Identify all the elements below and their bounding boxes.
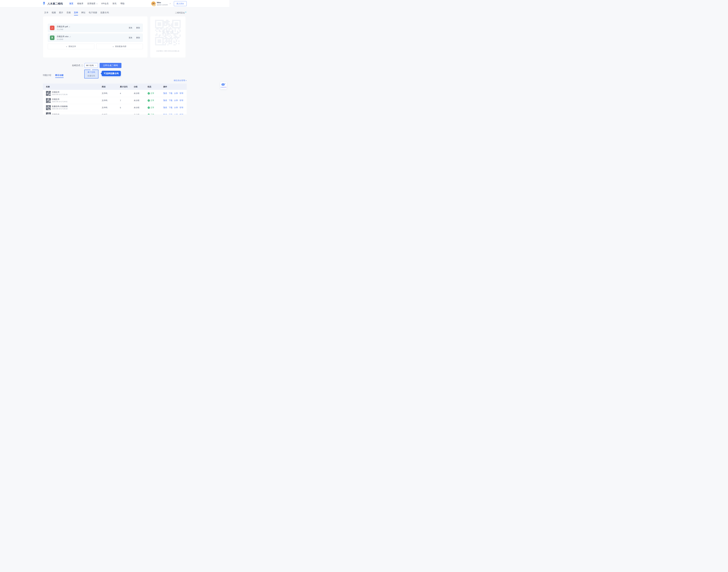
edit-pencil-icon[interactable]	[69, 26, 70, 27]
replace-file-link[interactable]: 更换	[129, 37, 133, 39]
plus-icon: +	[113, 45, 114, 48]
qr-type-tabs: 文本 视频 图片 音频 文件 网址 电子画册 批量生码 二维码美化AI	[43, 7, 187, 15]
table-row: 示例文件 文件码 未分组 正常 预览下载分享管理	[43, 111, 187, 115]
help-icon[interactable]: ?	[81, 65, 83, 67]
pdf-file-icon	[50, 26, 55, 30]
qr-thumbnail	[46, 98, 51, 103]
generate-mode-select[interactable]: 单个生码	[85, 63, 98, 68]
nav-item-scenarios[interactable]: 应用场景	[87, 2, 97, 5]
tab-audio[interactable]: 音频	[67, 11, 71, 15]
row-action-manage[interactable]: 管理	[179, 114, 183, 115]
tab-image[interactable]: 图片	[59, 11, 63, 15]
tab-batch[interactable]: 批量生码	[100, 11, 109, 15]
main-content: 文本 视频 图片 音频 文件 网址 电子画册 批量生码 二维码美化AI	[43, 7, 187, 115]
tab-video[interactable]: 视频	[52, 11, 56, 15]
chat-label: 在线咨询	[221, 86, 226, 88]
col-header-visits: 累计访问	[118, 85, 132, 88]
replace-file-link[interactable]: 更换	[129, 26, 133, 29]
tab-ebook[interactable]: 电子画册	[89, 11, 97, 15]
col-header-status: 状态	[145, 85, 161, 88]
row-visits: 4	[118, 92, 132, 94]
status-check-icon	[148, 92, 150, 94]
logo[interactable]: 八木屋二维码	[43, 1, 63, 6]
row-action-download[interactable]: 下载	[169, 99, 172, 102]
nav-item-news[interactable]: 资讯	[113, 2, 117, 5]
nav-item-vip[interactable]: VIP会员	[101, 2, 108, 5]
row-action-share[interactable]: 分享	[174, 114, 178, 115]
status-check-icon	[148, 114, 150, 115]
dropdown-option-batch[interactable]: 批量生码	[85, 75, 98, 77]
nav-item-help[interactable]: 帮助	[121, 2, 125, 5]
row-visits: 7	[118, 99, 132, 101]
row-status: 正常	[151, 99, 154, 102]
file-name: 示例文件.pdf	[57, 25, 68, 28]
tooltip-arrow	[100, 72, 102, 75]
qr-thumbnail	[46, 91, 51, 96]
tab-text[interactable]: 文本	[44, 11, 49, 15]
row-action-download[interactable]: 下载	[169, 114, 172, 115]
tab-feature-intro[interactable]: 功能介绍	[43, 74, 51, 78]
row-created-date: 2025-09-19 17:25:26	[52, 94, 68, 96]
add-file-button[interactable]: + 添加文件	[48, 44, 94, 49]
status-check-icon	[148, 99, 150, 101]
row-action-share[interactable]: 分享	[174, 99, 178, 102]
row-visits: 5	[118, 106, 132, 109]
delete-file-link[interactable]: 删除	[136, 37, 140, 39]
row-action-download[interactable]: 下载	[169, 92, 172, 95]
ai-badge: AI	[185, 11, 187, 13]
xlsx-file-icon: X	[50, 35, 55, 40]
double-arrow-icon: »	[186, 79, 187, 81]
row-action-manage[interactable]: 管理	[179, 92, 183, 95]
row-name: 示例文件	[52, 114, 60, 115]
row-action-manage[interactable]: 管理	[179, 99, 183, 102]
row-action-preview[interactable]: 预览	[163, 99, 167, 102]
row-group: 未分组	[132, 106, 145, 109]
row-name: 示例文件	[52, 91, 68, 93]
row-action-share[interactable]: 分享	[174, 106, 178, 109]
generate-mode-dropdown: 单个生码 批量生码	[84, 70, 98, 78]
col-header-actions: 操作	[161, 85, 187, 88]
enter-backend-button[interactable]: 进入后台	[174, 1, 187, 6]
row-group: 未分组	[132, 114, 145, 115]
generate-qr-button[interactable]: 立即生成二维码	[99, 63, 122, 68]
main-nav: 首页 模板库 应用场景 VIP会员 资讯 帮助	[69, 2, 125, 5]
user-meta[interactable]: Niko 组织ID:1329284	[157, 2, 168, 6]
row-action-preview[interactable]: 预览	[163, 92, 167, 95]
user-name: Niko	[157, 2, 168, 4]
vip-badge: VIP	[152, 5, 155, 6]
chat-robot-icon	[221, 83, 226, 86]
file-size: 10.32KB	[57, 39, 71, 40]
header: 八木屋二维码 首页 模板库 应用场景 VIP会员 资讯 帮助	[0, 0, 229, 7]
goto-backend-manage-link[interactable]: 前往后台管理 »	[174, 79, 187, 82]
row-action-manage[interactable]: 管理	[179, 106, 183, 109]
row-action-share[interactable]: 分享	[174, 92, 178, 95]
row-category: 文件码	[99, 114, 118, 115]
tab-file[interactable]: 文件	[74, 11, 78, 15]
row-status: 正常	[151, 114, 154, 115]
row-action-preview[interactable]: 预览	[163, 114, 167, 115]
avatar[interactable]: VIP	[151, 1, 156, 6]
online-chat-widget[interactable]: 在线咨询	[220, 82, 227, 89]
edit-pencil-icon[interactable]	[69, 36, 71, 38]
qr-beautify-link[interactable]: 二维码美化AI	[175, 11, 187, 16]
generate-mode-select-wrap: 单个生码 单个生码 批量生码 可选择批量生码	[85, 63, 98, 68]
dropdown-notch	[90, 69, 92, 71]
add-buttons-row: + 添加文件 + 添加更多内容	[48, 44, 143, 49]
tab-url[interactable]: 网址	[81, 11, 86, 15]
qr-preview-card: 未生成 此处预览二维码 请先在左侧生成	[150, 16, 186, 58]
not-generated-label: 未生成	[155, 30, 181, 34]
dropdown-option-single[interactable]: 单个生码	[85, 71, 98, 74]
tab-recent-created[interactable]: 最近创建	[55, 74, 64, 78]
add-more-content-button[interactable]: + 添加更多内容	[96, 44, 143, 49]
generate-mode-label: 生码方式 ?	[72, 64, 83, 67]
row-action-preview[interactable]: 预览	[163, 106, 167, 109]
qr-watermark: 未生成	[155, 20, 181, 46]
nav-item-home[interactable]: 首页	[69, 2, 73, 5]
nav-item-templates[interactable]: 模板库	[77, 2, 83, 5]
chevron-down-icon	[96, 3, 97, 4]
row-action-download[interactable]: 下载	[169, 106, 172, 109]
status-check-icon	[148, 106, 150, 109]
chevron-up-icon[interactable]	[169, 3, 171, 4]
table-header-row: 名称 类别 累计访问 分组 状态 操作	[43, 84, 187, 90]
delete-file-link[interactable]: 删除	[136, 26, 140, 29]
